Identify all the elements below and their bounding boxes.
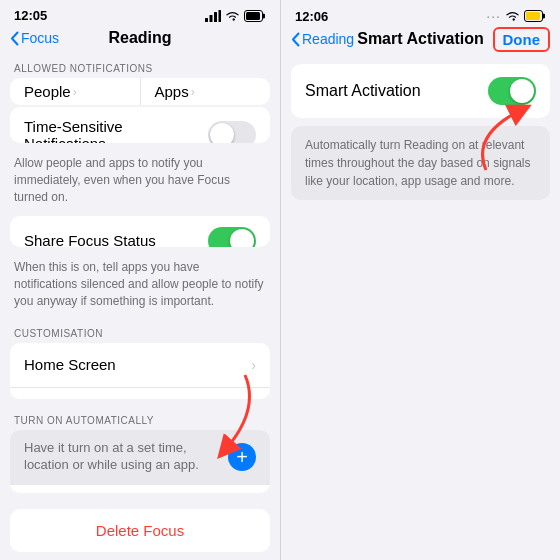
left-panel: 12:05 bbox=[0, 0, 280, 560]
options-row[interactable]: Options › bbox=[10, 387, 270, 399]
wifi-icon bbox=[225, 10, 240, 22]
turn-on-auto-label: TURN ON AUTOMATICALLY bbox=[0, 407, 280, 430]
svg-rect-5 bbox=[263, 13, 266, 18]
right-time: 12:06 bbox=[295, 9, 328, 24]
left-back-button[interactable]: Focus bbox=[10, 30, 59, 46]
smart-activation-card: Smart Activation bbox=[291, 64, 550, 118]
left-back-label: Focus bbox=[21, 30, 59, 46]
delete-focus-button[interactable]: Delete Focus bbox=[10, 509, 270, 552]
left-status-bar: 12:05 bbox=[0, 0, 280, 27]
apps-label: Apps bbox=[155, 83, 189, 100]
smart-activation-row[interactable]: ⏻ Smart Activation Off › bbox=[10, 484, 270, 493]
apps-cell[interactable]: Apps › bbox=[141, 78, 271, 105]
people-apps-row: People › Apps › bbox=[10, 78, 270, 105]
share-focus-row[interactable]: Share Focus Status bbox=[10, 216, 270, 248]
share-focus-label: Share Focus Status bbox=[24, 232, 208, 247]
right-status-bar: 12:06 ··· bbox=[281, 0, 560, 28]
svg-rect-8 bbox=[543, 14, 546, 19]
svg-rect-10 bbox=[526, 12, 537, 20]
right-back-chevron-icon bbox=[291, 32, 300, 47]
smart-activation-section: Smart Activation Automatically turn Read… bbox=[281, 64, 560, 200]
smart-activation-card-label: Smart Activation bbox=[305, 82, 488, 100]
customisation-card: Home Screen › Options › bbox=[10, 343, 270, 399]
right-nav-title: Smart Activation bbox=[357, 30, 484, 48]
right-back-label: Reading bbox=[302, 31, 354, 47]
left-nav-bar: Focus Reading bbox=[0, 27, 280, 55]
svg-rect-3 bbox=[219, 10, 222, 22]
apps-chevron-icon: › bbox=[191, 85, 195, 99]
right-panel: 12:06 ··· Reading Smart Activation D bbox=[280, 0, 560, 560]
left-time: 12:05 bbox=[14, 8, 47, 23]
right-battery-icon bbox=[524, 10, 546, 22]
home-screen-row[interactable]: Home Screen › bbox=[10, 343, 270, 387]
right-wifi-icon bbox=[505, 10, 520, 22]
svg-rect-1 bbox=[210, 15, 213, 22]
smart-activation-desc: Automatically turn Reading on at relevan… bbox=[291, 126, 550, 200]
people-cell[interactable]: People › bbox=[10, 78, 141, 105]
right-nav-bar: Reading Smart Activation Done bbox=[281, 28, 560, 56]
toggle-thumb bbox=[210, 123, 234, 143]
right-back-button[interactable]: Reading bbox=[291, 31, 354, 47]
left-nav-title: Reading bbox=[108, 29, 171, 47]
right-status-icons: ··· bbox=[486, 8, 546, 24]
share-focus-toggle-thumb bbox=[230, 229, 254, 248]
svg-rect-6 bbox=[246, 12, 260, 20]
people-label: People bbox=[24, 83, 71, 100]
people-chevron-icon: › bbox=[73, 85, 77, 99]
add-auto-button[interactable]: + bbox=[228, 443, 256, 471]
share-focus-desc: When this is on, tell apps you have noti… bbox=[0, 255, 280, 319]
time-sensitive-label: Time-Sensitive Notifications bbox=[24, 118, 208, 143]
smart-toggle-thumb bbox=[510, 79, 534, 103]
time-sensitive-toggle[interactable] bbox=[208, 121, 256, 143]
signal-icon bbox=[205, 10, 221, 22]
battery-icon bbox=[244, 10, 266, 22]
smart-activation-toggle[interactable] bbox=[488, 77, 536, 105]
home-screen-label: Home Screen bbox=[24, 356, 251, 373]
home-screen-chevron-icon: › bbox=[251, 357, 256, 373]
time-sensitive-row[interactable]: Time-Sensitive Notifications bbox=[10, 107, 270, 143]
done-button[interactable]: Done bbox=[493, 27, 551, 52]
dots-icon: ··· bbox=[486, 8, 501, 24]
time-sensitive-desc: Allow people and apps to notify you imme… bbox=[0, 151, 280, 215]
left-status-icons bbox=[205, 10, 266, 22]
time-sensitive-card: Time-Sensitive Notifications bbox=[10, 107, 270, 143]
share-focus-card: Share Focus Status bbox=[10, 216, 270, 248]
auto-highlight-text: Have it turn on at a set time, location … bbox=[24, 440, 220, 474]
share-focus-toggle[interactable] bbox=[208, 227, 256, 248]
svg-rect-0 bbox=[205, 18, 208, 22]
back-chevron-icon bbox=[10, 31, 19, 46]
auto-highlight-row[interactable]: Have it turn on at a set time, location … bbox=[10, 430, 270, 484]
customisation-label: CUSTOMISATION bbox=[0, 320, 280, 343]
allowed-notifications-label: ALLOWED NOTIFICATIONS bbox=[0, 55, 280, 78]
svg-rect-2 bbox=[214, 12, 217, 22]
auto-card: Have it turn on at a set time, location … bbox=[10, 430, 270, 493]
